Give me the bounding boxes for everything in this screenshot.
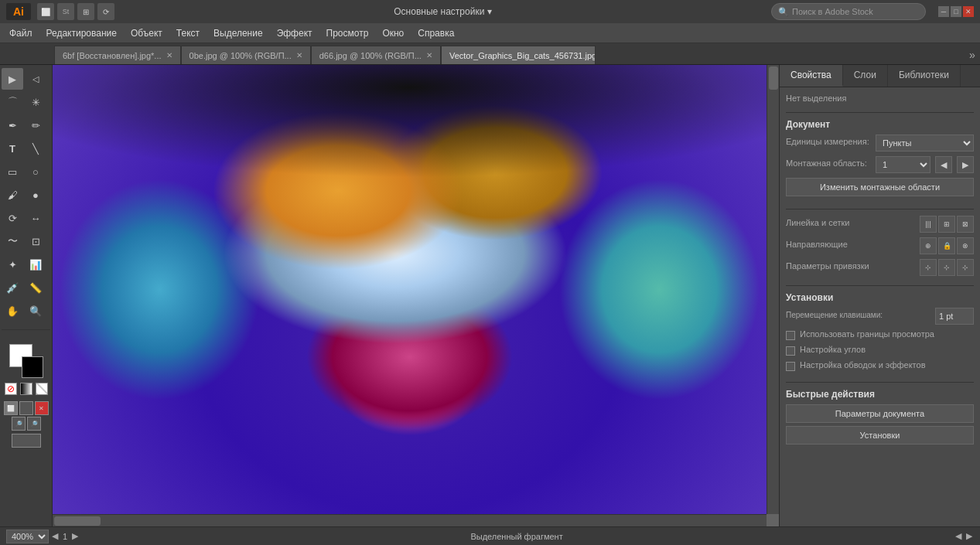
divider-4	[786, 382, 974, 383]
menu-edit[interactable]: Редактирование	[40, 26, 123, 41]
screen-mode-normal[interactable]: ⬜	[4, 401, 18, 415]
workspace-icon[interactable]: ⊞	[77, 3, 94, 20]
rotate-tool[interactable]: ⟳	[2, 207, 23, 229]
artboard-prev-button[interactable]: ◀	[935, 156, 952, 173]
vertical-scrollbar-thumb[interactable]	[769, 66, 778, 90]
lasso-tool[interactable]: ⌒	[2, 91, 23, 113]
tab-libraries[interactable]: Библиотеки	[888, 65, 961, 87]
menu-window[interactable]: Окно	[376, 26, 410, 41]
snap-pixel-button[interactable]: ⊹	[957, 259, 974, 276]
minimize-button[interactable]: ─	[938, 6, 949, 17]
line-tool[interactable]: ╲	[25, 138, 46, 159]
screen-mode-black[interactable]: ✕	[35, 401, 49, 415]
tab-close-1[interactable]: ✕	[296, 51, 302, 60]
menu-object[interactable]: Объект	[125, 26, 169, 41]
chart-tool[interactable]: 📊	[25, 254, 46, 275]
doc-settings-button[interactable]: Параметры документа	[786, 404, 974, 423]
pencil-tool[interactable]: ✏	[25, 114, 46, 136]
artboard-next-button[interactable]: ▶	[957, 156, 974, 173]
eyedropper-tool[interactable]: 💉	[2, 277, 23, 298]
canvas-area[interactable]	[53, 65, 779, 526]
vertical-scrollbar[interactable]	[767, 65, 779, 514]
new-doc-icon[interactable]: ⬜	[37, 3, 54, 20]
tab-close-2[interactable]: ✕	[426, 51, 432, 60]
hand-tool[interactable]: ✋	[2, 300, 23, 322]
screen-mode-section: ⬜ ✕ 🔎 🔎	[2, 400, 50, 449]
scroll-right-button[interactable]: ▶	[965, 531, 974, 541]
gradient-icon[interactable]	[20, 383, 32, 395]
panel-tab-bar: Свойства Слои Библиотеки	[780, 65, 980, 87]
zoom-in-icon[interactable]: 🔎	[27, 417, 41, 431]
corner-settings-checkbox[interactable]	[786, 346, 795, 356]
none-icon[interactable]: ⊘	[5, 383, 17, 395]
show-transparency-button[interactable]: ⊠	[957, 216, 974, 233]
select-tool[interactable]: ▶	[2, 68, 23, 90]
warp-tool[interactable]: 〜	[2, 230, 23, 252]
maximize-button[interactable]: □	[951, 6, 961, 17]
clear-guides-button[interactable]: ⊗	[957, 237, 974, 254]
show-rulers-button[interactable]: |||	[920, 216, 937, 233]
rulers-label: Линейка и сетки	[786, 218, 915, 227]
stock-search[interactable]: 🔍 Поиск в Adobe Stock	[771, 3, 926, 20]
zoom-out-icon[interactable]: 🔎	[12, 417, 26, 431]
menu-text[interactable]: Текст	[170, 26, 206, 41]
show-guides-button[interactable]: ⊕	[920, 237, 937, 254]
artboard-tool[interactable]	[12, 434, 41, 448]
menu-view[interactable]: Просмотр	[320, 26, 375, 41]
horizontal-scrollbar-thumb[interactable]	[54, 516, 101, 526]
direct-select-tool[interactable]: ◁	[25, 68, 46, 90]
menu-help[interactable]: Справка	[411, 26, 460, 41]
screen-mode-gray[interactable]	[19, 401, 33, 415]
change-artboard-button[interactable]: Изменить монтажные области	[786, 178, 974, 196]
menu-file[interactable]: Файл	[3, 26, 39, 41]
workspace-selector[interactable]: Основные настройки ▾	[121, 6, 765, 17]
tool-group-warp: 〜 ⊡	[2, 230, 50, 252]
blob-brush-tool[interactable]: ●	[25, 184, 46, 206]
keyboard-move-input[interactable]	[935, 308, 974, 325]
zoom-tool[interactable]: 🔍	[25, 300, 46, 322]
show-grid-button[interactable]: ⊞	[938, 216, 955, 233]
lock-guides-button[interactable]: 🔒	[938, 237, 955, 254]
tab-2[interactable]: d66.jpg @ 100% (RGB/П... ✕	[311, 46, 441, 64]
bridge-icon[interactable]: St	[57, 3, 74, 20]
tab-1[interactable]: 0be.jpg @ 100% (RGB/П... ✕	[181, 46, 311, 64]
menu-effect[interactable]: Эффект	[271, 26, 319, 41]
snap-point-button[interactable]: ⊹	[920, 259, 937, 276]
tab-0[interactable]: 6bf [Восстановлен].jpg*... ✕	[54, 46, 181, 64]
close-button[interactable]: ✕	[963, 6, 974, 17]
symbol-tool[interactable]: ✦	[2, 254, 23, 275]
next-page-button[interactable]: ▶	[70, 531, 80, 541]
artboard-select[interactable]: 1	[876, 156, 930, 173]
preferences-button[interactable]: Установки	[786, 426, 974, 445]
tab-3[interactable]: Vector_Graphics_Big_cats_456731.jpg @ 40…	[441, 46, 596, 64]
zoom-select[interactable]: 400%	[6, 530, 49, 543]
free-transform-tool[interactable]: ⊡	[25, 230, 46, 252]
horizontal-scrollbar[interactable]	[53, 514, 767, 526]
pattern-icon[interactable]	[36, 383, 48, 395]
scale-tool[interactable]: ↔	[25, 207, 46, 229]
measure-tool[interactable]: 📏	[25, 277, 46, 298]
tab-close-0[interactable]: ✕	[166, 51, 172, 60]
type-tool[interactable]: T	[2, 138, 23, 159]
menu-select[interactable]: Выделение	[207, 26, 269, 41]
snap-grid-button[interactable]: ⊹	[938, 259, 955, 276]
stroke-effects-checkbox[interactable]	[786, 362, 795, 371]
rulers-row: Линейка и сетки ||| ⊞ ⊠	[786, 216, 974, 233]
status-arrows: ◀ ▶	[954, 531, 974, 541]
tab-layers[interactable]: Слои	[843, 65, 888, 87]
left-toolbar: ▶ ◁ ⌒ ✳ ✒ ✏ T ╲ ▭ ○ 🖌 ● ⟳ ↔ 〜 ⊡	[0, 65, 53, 526]
tabs-overflow-button[interactable]: »	[965, 46, 980, 64]
extras-icon[interactable]: ⟳	[97, 3, 114, 20]
magic-wand-tool[interactable]: ✳	[25, 91, 46, 113]
tab-properties[interactable]: Свойства	[780, 65, 843, 87]
rect-tool[interactable]: ▭	[2, 161, 23, 182]
paint-brush-tool[interactable]: 🖌	[2, 184, 23, 206]
ellipse-tool[interactable]: ○	[25, 161, 46, 182]
scroll-left-button[interactable]: ◀	[954, 531, 963, 541]
view-bounds-checkbox[interactable]	[786, 331, 795, 340]
color-swatches[interactable]	[9, 344, 43, 378]
pen-tool[interactable]: ✒	[2, 114, 23, 136]
background-color[interactable]	[22, 356, 43, 378]
units-select[interactable]: Пункты	[876, 135, 974, 152]
prev-page-button[interactable]: ◀	[50, 531, 60, 541]
